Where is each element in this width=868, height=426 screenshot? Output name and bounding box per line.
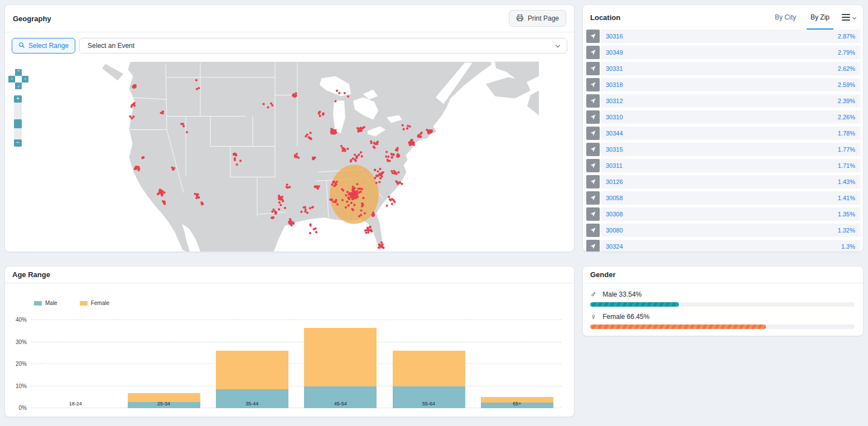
location-menu-button[interactable] bbox=[842, 14, 856, 21]
navigation-arrow-icon[interactable] bbox=[586, 224, 600, 237]
pan-up-button[interactable]: ⌃ bbox=[15, 69, 22, 76]
zip-row: 300581.41% bbox=[586, 191, 860, 205]
navigation-arrow-icon[interactable] bbox=[586, 46, 600, 59]
zip-percentage: 2.26% bbox=[838, 114, 855, 120]
tab-by-city[interactable]: By City bbox=[775, 5, 796, 30]
zip-code-link[interactable]: 30312 bbox=[606, 98, 623, 104]
map-overlay[interactable] bbox=[101, 61, 539, 252]
navigation-arrow-icon[interactable] bbox=[586, 240, 600, 252]
printer-icon bbox=[516, 14, 524, 23]
zoom-out-button[interactable]: − bbox=[14, 139, 22, 147]
navigation-arrow-icon[interactable] bbox=[586, 175, 600, 188]
select-range-button[interactable]: Select Range bbox=[12, 38, 75, 54]
zip-code-link[interactable]: 30310 bbox=[606, 114, 623, 120]
zoom-in-button[interactable]: + bbox=[14, 95, 22, 103]
chevron-down-icon bbox=[556, 43, 560, 47]
zip-row-body: 303182.59% bbox=[601, 78, 860, 91]
geography-header: Geography Print Page bbox=[5, 5, 574, 32]
y-tick-label: 20% bbox=[9, 361, 27, 367]
zip-percentage: 1.3% bbox=[841, 243, 855, 250]
female-icon: ♀ bbox=[590, 312, 596, 321]
zip-code-link[interactable]: 30126 bbox=[606, 178, 623, 185]
zip-code-link[interactable]: 30324 bbox=[606, 243, 623, 250]
zip-code-link[interactable]: 30349 bbox=[606, 49, 623, 56]
x-category-label: 45-54 bbox=[296, 401, 384, 406]
zip-row: 303441.78% bbox=[586, 127, 860, 140]
zip-row-body: 303111.71% bbox=[601, 159, 860, 172]
bar-female-35-44 bbox=[216, 351, 288, 389]
location-title: Location bbox=[590, 13, 620, 22]
zip-row-body: 303162.87% bbox=[601, 30, 860, 43]
zip-list: 303162.87%303492.79%303312.62%303182.59%… bbox=[583, 30, 863, 252]
navigation-arrow-icon[interactable] bbox=[586, 78, 600, 91]
navigation-arrow-icon[interactable] bbox=[586, 207, 600, 221]
y-tick-label: 40% bbox=[9, 317, 27, 323]
select-range-label: Select Range bbox=[28, 42, 69, 50]
audience-dashboard: Geography Print Page Select Range bbox=[0, 0, 868, 426]
zip-code-link[interactable]: 30058 bbox=[606, 195, 623, 201]
zip-percentage: 1.41% bbox=[838, 195, 855, 201]
zip-code-link[interactable]: 30344 bbox=[606, 130, 623, 137]
zip-row: 303122.39% bbox=[586, 94, 860, 108]
navigation-arrow-icon[interactable] bbox=[586, 30, 600, 43]
zip-code-link[interactable]: 30316 bbox=[606, 33, 623, 40]
bar-female-45-54 bbox=[304, 328, 377, 386]
pan-left-button[interactable]: ‹ bbox=[8, 76, 15, 83]
zip-percentage: 2.39% bbox=[838, 98, 855, 104]
female-label: Female 66.45% bbox=[602, 313, 649, 321]
event-select-dropdown[interactable]: Select an Event bbox=[79, 38, 567, 54]
female-progress-fill bbox=[590, 325, 766, 329]
map-zoom-control: + − bbox=[14, 95, 22, 147]
zip-code-link[interactable]: 30318 bbox=[606, 81, 623, 88]
zip-code-link[interactable]: 30331 bbox=[606, 65, 623, 72]
navigation-arrow-icon[interactable] bbox=[586, 191, 600, 205]
zip-code-link[interactable]: 30311 bbox=[606, 162, 623, 169]
bar-female-55-64 bbox=[393, 351, 465, 386]
pan-down-button[interactable]: ⌄ bbox=[15, 83, 22, 89]
zip-row-body: 300801.32% bbox=[601, 224, 860, 237]
zip-row: 303111.71% bbox=[586, 159, 860, 172]
zoom-slider-handle[interactable] bbox=[14, 119, 22, 128]
legend-swatch bbox=[80, 301, 88, 306]
zip-percentage: 1.78% bbox=[838, 130, 855, 137]
pan-right-button[interactable]: › bbox=[22, 76, 28, 83]
zip-percentage: 2.87% bbox=[838, 33, 855, 40]
x-category-label: 65+ bbox=[473, 401, 561, 406]
zip-row: 300801.32% bbox=[586, 224, 860, 237]
zip-row-body: 303241.3% bbox=[601, 240, 860, 252]
print-page-button[interactable]: Print Page bbox=[509, 10, 566, 27]
zip-row-body: 303312.62% bbox=[601, 62, 860, 75]
zip-row: 303492.79% bbox=[586, 46, 860, 59]
zip-row: 303081.35% bbox=[586, 207, 860, 221]
gender-panel: Gender ♂ Male 33.54% ♀ Female 66.45% bbox=[582, 266, 864, 336]
navigation-arrow-icon[interactable] bbox=[586, 94, 600, 108]
zip-percentage: 1.35% bbox=[838, 211, 855, 217]
zip-row: 303182.59% bbox=[586, 78, 860, 91]
x-category-label: 55-64 bbox=[384, 401, 472, 406]
zip-percentage: 1.71% bbox=[838, 162, 855, 169]
zip-code-link[interactable]: 30308 bbox=[606, 211, 623, 217]
gender-header: Gender bbox=[583, 267, 863, 283]
female-progress-track bbox=[590, 325, 855, 329]
navigation-arrow-icon[interactable] bbox=[586, 127, 600, 140]
male-progress-fill bbox=[590, 302, 679, 307]
navigation-arrow-icon[interactable] bbox=[586, 62, 600, 75]
navigation-arrow-icon[interactable] bbox=[586, 143, 600, 156]
chevron-down-icon bbox=[852, 15, 856, 19]
navigation-arrow-icon[interactable] bbox=[586, 110, 600, 124]
navigation-arrow-icon[interactable] bbox=[586, 159, 600, 172]
tab-by-zip[interactable]: By Zip bbox=[811, 5, 830, 30]
gridline bbox=[31, 342, 561, 342]
event-select-value: Select an Event bbox=[88, 42, 134, 50]
zip-row: 303151.77% bbox=[586, 143, 860, 156]
zip-percentage: 2.62% bbox=[838, 65, 855, 72]
zip-code-link[interactable]: 30315 bbox=[606, 146, 623, 153]
x-category-label: 35-44 bbox=[208, 401, 296, 406]
zip-code-link[interactable]: 30080 bbox=[606, 227, 623, 234]
male-progress-track bbox=[590, 302, 855, 307]
zip-percentage: 1.77% bbox=[838, 146, 855, 153]
zip-row-body: 303441.78% bbox=[601, 127, 860, 140]
age-range-title: Age Range bbox=[12, 270, 50, 279]
us-map[interactable] bbox=[101, 61, 539, 252]
gridline bbox=[31, 364, 561, 364]
